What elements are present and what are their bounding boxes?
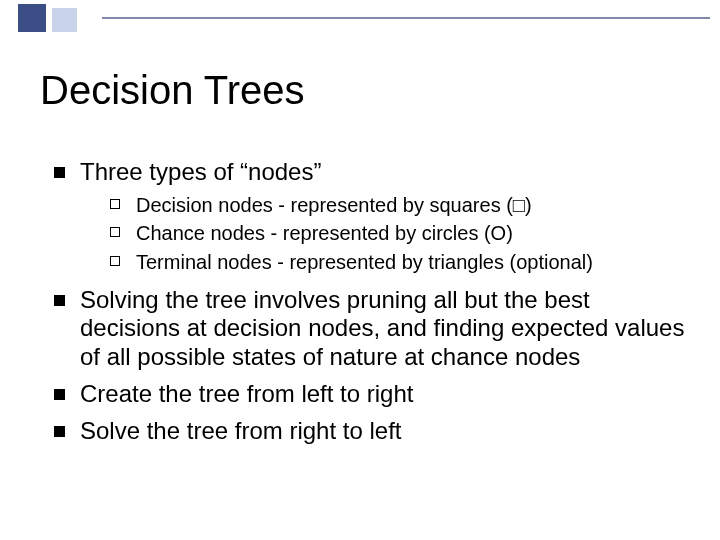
sub-bullet-text: Decision nodes - represented by squares …	[136, 194, 532, 216]
bullet-list: Three types of “nodes” Decision nodes - …	[52, 158, 686, 446]
slide: Decision Trees Three types of “nodes” De…	[0, 0, 720, 540]
accent-square-dark	[18, 4, 46, 32]
bullet-text: Solving the tree involves pruning all bu…	[80, 286, 684, 371]
accent-square-light	[52, 8, 77, 32]
bullet-item: Solve the tree from right to left	[52, 417, 686, 446]
sub-bullet-item: Decision nodes - represented by squares …	[110, 193, 686, 219]
sub-bullet-item: Terminal nodes - represented by triangle…	[110, 250, 686, 276]
header-accent	[0, 0, 720, 34]
bullet-item: Solving the tree involves pruning all bu…	[52, 286, 686, 372]
bullet-text: Three types of “nodes”	[80, 158, 321, 185]
slide-body: Three types of “nodes” Decision nodes - …	[52, 158, 686, 454]
sub-bullet-item: Chance nodes - represented by circles (Ο…	[110, 221, 686, 247]
sub-bullet-list: Decision nodes - represented by squares …	[80, 193, 686, 276]
sub-bullet-text: Terminal nodes - represented by triangle…	[136, 251, 593, 273]
bullet-item: Three types of “nodes” Decision nodes - …	[52, 158, 686, 276]
sub-bullet-text: Chance nodes - represented by circles (Ο…	[136, 222, 513, 244]
bullet-text: Create the tree from left to right	[80, 380, 413, 407]
slide-title: Decision Trees	[40, 68, 305, 113]
bullet-item: Create the tree from left to right	[52, 380, 686, 409]
bullet-text: Solve the tree from right to left	[80, 417, 401, 444]
accent-blocks	[0, 0, 102, 34]
accent-rule	[102, 0, 720, 34]
